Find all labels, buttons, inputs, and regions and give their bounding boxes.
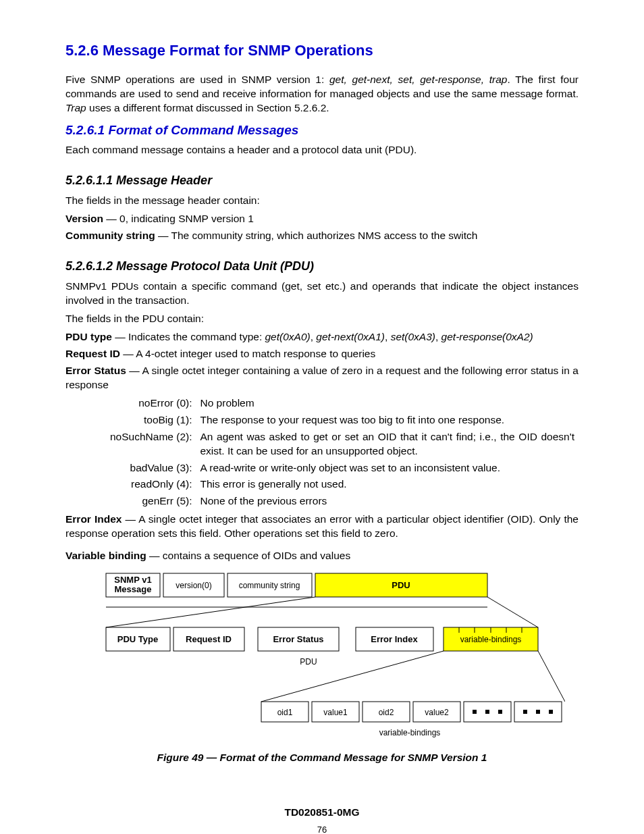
svg-rect-40: [485, 710, 489, 714]
text: — Indicates the command type:: [112, 331, 265, 342]
svg-rect-43: [523, 710, 527, 714]
paragraph: SNMPv1 PDUs contain a specific command (…: [65, 280, 579, 308]
text: uses a different format discussed in Sec…: [86, 102, 329, 113]
svg-text:community string: community string: [239, 581, 300, 590]
svg-text:variable-bindings: variable-bindings: [379, 728, 441, 737]
document-number: TD020851-0MG: [65, 806, 579, 820]
svg-text:Error Index: Error Index: [371, 634, 418, 644]
svg-text:SNMP v1: SNMP v1: [114, 575, 151, 585]
text-italic: get(0xA0): [265, 331, 311, 342]
svg-rect-39: [473, 710, 477, 714]
text-italic: get-response(0xA2): [441, 331, 533, 342]
field-text: — The community string, which authorizes…: [155, 230, 478, 241]
paragraph: The fields in the PDU contain:: [65, 312, 579, 326]
svg-text:PDU: PDU: [300, 657, 317, 667]
err-val: None of the previous errors: [196, 493, 579, 510]
err-key: tooBig (1):: [106, 412, 196, 429]
field-error-index: Error Index — A single octet integer tha…: [65, 513, 579, 541]
err-key: noSuchName (2):: [106, 429, 196, 460]
paragraph: Each command message contains a header a…: [65, 143, 579, 157]
field-variable-binding: Variable binding — contains a sequence o…: [65, 549, 579, 563]
field-pdu-type: PDU type — Indicates the command type: g…: [65, 330, 579, 344]
svg-rect-44: [536, 710, 540, 714]
heading-5-2-6-1-2: 5.2.6.1.2 Message Protocol Data Unit (PD…: [65, 258, 579, 274]
svg-text:Request ID: Request ID: [186, 634, 232, 644]
heading-5-2-6-1: 5.2.6.1 Format of Command Messages: [65, 122, 579, 139]
field-community: Community string — The community string,…: [65, 229, 579, 243]
svg-text:oid2: oid2: [379, 708, 394, 717]
text-italic: get, get-next, set, get-response, trap: [329, 74, 507, 85]
svg-text:PDU: PDU: [392, 580, 410, 590]
snmp-format-diagram: SNMP v1 Message version(0) community str…: [79, 570, 565, 739]
heading-5-2-6-1-1: 5.2.6.1.1 Message Header: [65, 172, 579, 188]
err-key: noError (0):: [106, 395, 196, 412]
field-text: — A single octet integer containing a va…: [65, 365, 579, 390]
field-label: Error Index: [65, 513, 122, 525]
field-label: Version: [65, 213, 103, 224]
svg-text:value1: value1: [323, 708, 348, 717]
paragraph: The fields in the message header contain…: [65, 194, 579, 208]
svg-text:Error Status: Error Status: [273, 634, 323, 644]
err-val: An agent was asked to get or set an OID …: [196, 429, 579, 460]
svg-rect-41: [498, 710, 502, 714]
text-italic: get-next(0xA1): [316, 331, 385, 342]
field-text: — 0, indicating SNMP version 1: [103, 213, 254, 224]
err-key: genErr (5):: [106, 493, 196, 510]
field-label: Community string: [65, 230, 155, 241]
text-italic: set(0xA3): [391, 331, 435, 342]
err-val: This error is generally not used.: [196, 476, 579, 493]
svg-text:variable-bindings: variable-bindings: [460, 635, 522, 644]
field-text: — A single octet integer that associates…: [65, 513, 579, 539]
svg-rect-45: [549, 710, 553, 714]
svg-text:version(0): version(0): [176, 581, 211, 590]
field-error-status: Error Status — A single octet integer co…: [65, 364, 579, 392]
text: ,: [385, 331, 391, 342]
field-version: Version — 0, indicating SNMP version 1: [65, 212, 579, 226]
intro-paragraph: Five SNMP operations are used in SNMP ve…: [65, 73, 579, 115]
text: ,: [435, 331, 441, 342]
field-label: Request ID: [65, 348, 120, 359]
svg-line-29: [538, 651, 565, 702]
field-label: Error Status: [65, 365, 126, 376]
figure-caption: Figure 49 — Format of the Command Messag…: [65, 751, 579, 765]
svg-line-9: [106, 597, 315, 627]
heading-5-2-6: 5.2.6 Message Format for SNMP Operations: [65, 41, 579, 61]
field-text: — A 4-octet integer used to match respon…: [120, 348, 375, 359]
svg-text:oid1: oid1: [277, 708, 293, 717]
err-val: A read-write or write-only object was se…: [196, 460, 579, 477]
svg-text:PDU Type: PDU Type: [117, 634, 158, 644]
err-val: The response to your request was too big…: [196, 412, 579, 429]
error-status-table: noError (0):No problem tooBig (1):The re…: [106, 395, 579, 510]
err-key: readOnly (4):: [106, 476, 196, 493]
page-number: 76: [65, 824, 579, 834]
err-val: No problem: [196, 395, 579, 412]
svg-line-28: [261, 651, 444, 702]
field-request-id: Request ID — A 4-octet integer used to m…: [65, 347, 579, 361]
text: Five SNMP operations are used in SNMP ve…: [65, 74, 329, 85]
field-text: — contains a sequence of OIDs and values: [146, 550, 350, 561]
svg-text:value2: value2: [425, 708, 449, 717]
svg-text:Message: Message: [115, 584, 152, 594]
svg-line-10: [487, 597, 538, 627]
text-italic: Trap: [65, 102, 86, 113]
field-label: Variable binding: [65, 550, 146, 561]
err-key: badValue (3):: [106, 460, 196, 477]
field-label: PDU type: [65, 331, 112, 342]
